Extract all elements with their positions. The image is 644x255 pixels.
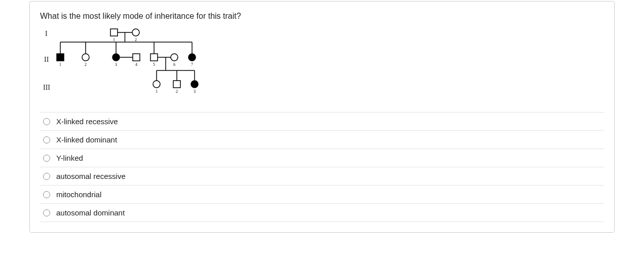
svg-text:2: 2: [85, 62, 87, 67]
pedigree-diagram: I II III 1 2 1 2: [40, 27, 253, 108]
radio-icon: [43, 191, 50, 198]
options-list: X-linked recessive X-linked dominant Y-l…: [40, 112, 604, 222]
svg-point-2: [132, 29, 139, 36]
svg-rect-19: [150, 54, 158, 61]
option-label: X-linked recessive: [56, 117, 118, 126]
radio-icon: [43, 173, 50, 180]
svg-text:1: 1: [113, 38, 115, 42]
svg-text:2: 2: [176, 89, 178, 94]
radio-icon: [43, 118, 50, 125]
option-autosomal-recessive[interactable]: autosomal recessive: [40, 167, 604, 186]
svg-text:3: 3: [194, 89, 196, 94]
option-label: mitochondrial: [56, 190, 101, 199]
svg-text:2: 2: [135, 38, 137, 42]
question-card: What is the most likely mode of inherita…: [29, 1, 615, 233]
svg-point-10: [82, 54, 89, 61]
option-mitochondrial[interactable]: mitochondrial: [40, 186, 604, 204]
option-label: autosomal recessive: [56, 172, 126, 180]
gen-label-2: II: [44, 56, 49, 64]
svg-point-22: [171, 54, 178, 61]
option-label: X-linked dominant: [56, 135, 117, 144]
svg-rect-7: [57, 54, 64, 61]
svg-rect-16: [133, 54, 140, 61]
option-y-linked[interactable]: Y-linked: [40, 149, 604, 167]
svg-point-36: [191, 81, 198, 88]
question-text: What is the most likely mode of inherita…: [40, 12, 604, 21]
svg-rect-0: [110, 29, 118, 36]
svg-point-25: [188, 54, 196, 61]
svg-text:7: 7: [191, 62, 193, 67]
option-x-linked-recessive[interactable]: X-linked recessive: [40, 112, 604, 131]
svg-text:1: 1: [59, 62, 61, 67]
svg-point-13: [112, 54, 120, 61]
option-x-linked-dominant[interactable]: X-linked dominant: [40, 131, 604, 149]
svg-rect-33: [173, 81, 180, 88]
radio-icon: [43, 209, 50, 216]
svg-text:4: 4: [135, 62, 137, 67]
svg-text:3: 3: [115, 62, 117, 67]
svg-text:1: 1: [156, 89, 158, 94]
svg-text:5: 5: [153, 62, 155, 67]
option-autosomal-dominant[interactable]: autosomal dominant: [40, 204, 604, 222]
radio-icon: [43, 136, 50, 143]
gen-label-3: III: [43, 84, 50, 92]
option-label: autosomal dominant: [56, 208, 125, 217]
radio-icon: [43, 155, 50, 162]
option-label: Y-linked: [56, 154, 83, 162]
svg-text:6: 6: [173, 62, 175, 67]
gen-label-1: I: [45, 30, 48, 38]
pedigree-svg: 1 2 1 2 3 4: [40, 27, 253, 108]
svg-point-30: [153, 81, 160, 88]
